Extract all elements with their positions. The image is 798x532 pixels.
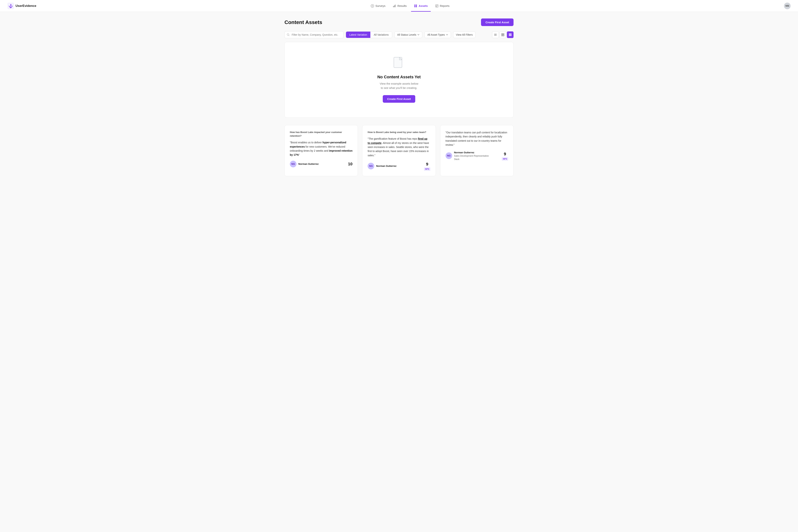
chevron-down-icon <box>417 34 419 36</box>
logo-link[interactable]: UserEvidence <box>7 3 36 9</box>
brand-name: UserEvidence <box>16 4 36 8</box>
list-view-button[interactable] <box>492 32 499 38</box>
card-person-3: NG Norman Gutierrez Sales Development Re… <box>445 151 489 161</box>
svg-rect-13 <box>501 35 502 36</box>
svg-rect-9 <box>436 5 438 7</box>
example-cards-section: How has Boost Labs impacted your custome… <box>284 125 514 176</box>
grid-view-button[interactable] <box>499 32 506 38</box>
svg-rect-5 <box>414 5 415 6</box>
card-question-1: How has Boost Labs impacted your custome… <box>290 130 353 138</box>
svg-rect-21 <box>509 35 510 36</box>
empty-state-subtitle: View the example assets below to see wha… <box>380 82 418 90</box>
card-person-name-3: Norman Gutierrez <box>454 151 489 154</box>
tile-view-icon <box>509 33 512 36</box>
card-person-company-3: Slack <box>454 157 489 161</box>
svg-rect-2 <box>393 6 394 7</box>
view-toggle <box>492 32 514 38</box>
svg-rect-16 <box>510 34 511 34</box>
card-person-details-3: Norman Gutierrez Sales Development Repre… <box>454 151 489 161</box>
page-title: Content Assets <box>284 19 322 25</box>
surveys-icon <box>371 4 374 7</box>
asset-type-filter[interactable]: All Asset Types <box>424 32 451 38</box>
svg-rect-19 <box>510 34 511 35</box>
nav-reports[interactable]: Reports <box>432 3 453 9</box>
filter-bar: Latest Variation All Variations All Stat… <box>284 31 514 38</box>
card-footer-1: NG Norman Gutierrez 10 <box>290 161 353 167</box>
card-person-title-3: Sales Development Representative <box>454 154 489 157</box>
nav-surveys[interactable]: Surveys <box>368 3 388 9</box>
empty-file-icon <box>394 57 404 70</box>
svg-rect-6 <box>416 5 417 6</box>
view-all-filters-button[interactable]: View All Filters <box>453 32 475 38</box>
navigation: UserEvidence Surveys Results <box>0 0 798 12</box>
main-content: Content Assets Create First Asset Latest… <box>277 12 521 187</box>
card-quote-3: "Our translation teams can pull content … <box>445 130 508 147</box>
svg-rect-4 <box>395 5 396 7</box>
svg-rect-15 <box>509 34 510 34</box>
card-footer-2: NG Norman Gutierrez 9 NPS <box>367 161 430 171</box>
svg-rect-12 <box>503 34 504 35</box>
svg-rect-3 <box>394 5 395 7</box>
svg-rect-7 <box>414 6 415 7</box>
card-score-2: 9 NPS <box>424 161 431 171</box>
search-wrapper <box>284 31 344 38</box>
empty-state-title: No Content Assets Yet <box>377 75 421 79</box>
all-variations-button[interactable]: All Variations <box>370 32 392 38</box>
svg-rect-22 <box>510 35 511 36</box>
card-quote-1: "Boost enables us to deliver hyper-perso… <box>290 140 353 157</box>
example-card-3: "Our translation teams can pull content … <box>440 125 514 176</box>
latest-variation-button[interactable]: Latest Variation <box>346 32 370 38</box>
card-avatar-2: NG <box>367 163 374 169</box>
svg-rect-17 <box>511 34 512 34</box>
example-card-1: How has Boost Labs impacted your custome… <box>284 125 358 176</box>
svg-rect-14 <box>503 35 504 36</box>
card-question-2: How is Boost Labs being used by your sal… <box>367 130 430 134</box>
reports-icon <box>435 4 439 7</box>
user-avatar[interactable]: MB <box>784 3 791 9</box>
create-first-asset-button-top[interactable]: Create First Asset <box>481 18 514 26</box>
card-avatar-1: NG <box>290 161 297 167</box>
card-score-3: 9 NPS <box>502 151 508 161</box>
card-person-name-1: Norman Gutierrez <box>298 162 319 166</box>
nav-results[interactable]: Results <box>390 3 410 9</box>
card-person-name-2: Norman Gutierrez <box>376 164 396 168</box>
tile-view-button[interactable] <box>507 32 514 38</box>
nav-assets[interactable]: Assets <box>411 3 431 9</box>
results-icon <box>393 4 396 7</box>
card-footer-3: NG Norman Gutierrez Sales Development Re… <box>445 151 508 161</box>
card-avatar-3: NG <box>445 152 452 159</box>
svg-rect-20 <box>511 34 512 35</box>
card-score-1: 10 <box>348 161 353 167</box>
search-input[interactable] <box>284 31 344 38</box>
card-quote-2: "The gamification feature of Boost has r… <box>367 137 430 157</box>
search-icon <box>287 33 290 36</box>
card-person-2: NG Norman Gutierrez <box>367 163 396 169</box>
variation-toggle: Latest Variation All Variations <box>346 32 392 38</box>
create-first-asset-button-empty[interactable]: Create First Asset <box>383 95 415 103</box>
empty-state-card: No Content Assets Yet View the example a… <box>284 42 514 118</box>
svg-rect-18 <box>509 34 510 35</box>
svg-rect-23 <box>511 35 512 36</box>
example-card-2: How is Boost Labs being used by your sal… <box>362 125 436 176</box>
svg-rect-11 <box>501 34 502 35</box>
assets-icon <box>414 4 417 7</box>
grid-view-icon <box>501 33 504 36</box>
logo-icon <box>7 3 14 9</box>
svg-rect-8 <box>416 6 417 7</box>
status-filter[interactable]: All Status Levels <box>394 32 422 38</box>
page-header: Content Assets Create First Asset <box>284 18 514 26</box>
list-view-icon <box>494 33 497 36</box>
chevron-down-icon <box>446 34 448 36</box>
nav-links: Surveys Results Assets <box>368 3 452 9</box>
card-person-1: NG Norman Gutierrez <box>290 161 319 167</box>
